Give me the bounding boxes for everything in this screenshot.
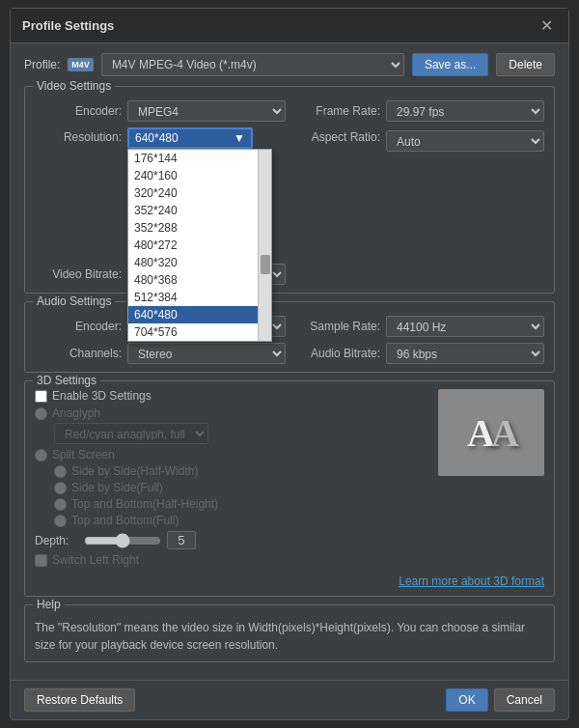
side-by-side-half-label: Side by Side(Half-Width): [71, 464, 198, 478]
res-option-704[interactable]: 704*576: [128, 323, 258, 341]
close-button[interactable]: ✕: [537, 16, 557, 35]
res-option-640[interactable]: 640*480: [128, 306, 258, 323]
enable-3d-label: Enable 3D Settings: [52, 389, 152, 403]
resolution-dropdown-wrapper: 640*480 ▼ 176*144 240*160 320*240 352*24…: [127, 127, 253, 149]
anaglyph-label: Anaglyph: [52, 406, 100, 420]
save-as-button[interactable]: Save as...: [412, 53, 488, 76]
encoder-select[interactable]: MPEG4: [127, 100, 286, 122]
split-screen-radio[interactable]: [35, 449, 47, 462]
audio-settings-grid: Encoder: AAC Sample Rate: 44100 Hz Chann…: [35, 316, 544, 364]
frame-rate-label: Frame Rate:: [293, 104, 380, 118]
resolution-row: Resolution: 640*480 ▼ 176*144 240*160 32…: [35, 127, 286, 152]
top-bottom-half-row: Top and Bottom(Half-Height): [54, 497, 428, 511]
frame-rate-select[interactable]: 29.97 fps: [386, 100, 544, 122]
split-screen-options: Side by Side(Half-Width) Side by Side(Fu…: [54, 464, 428, 527]
profile-select[interactable]: M4V MPEG-4 Video (*.m4v): [101, 53, 404, 76]
dropdown-scroll-thumb: [261, 255, 270, 274]
switch-lr-checkbox[interactable]: [35, 554, 47, 567]
side-by-side-half-radio[interactable]: [54, 465, 67, 478]
switch-lr-row: Switch Left Right: [35, 553, 428, 567]
depth-value-input[interactable]: 5: [167, 531, 196, 549]
audio-bitrate-select[interactable]: 96 kbps: [386, 343, 544, 364]
res-option-240[interactable]: 240*160: [128, 167, 258, 184]
help-text: The "Resolution" means the video size in…: [35, 619, 544, 654]
restore-defaults-button[interactable]: Restore Defaults: [24, 688, 135, 712]
ok-button[interactable]: OK: [446, 688, 487, 712]
top-bottom-full-radio[interactable]: [54, 515, 67, 527]
dialog-content: Profile: M4V M4V MPEG-4 Video (*.m4v) Sa…: [11, 43, 568, 680]
aa-letter-2: A: [491, 410, 515, 456]
bottom-right-buttons: OK Cancel: [446, 688, 555, 712]
side-by-side-half-row: Side by Side(Half-Width): [54, 464, 428, 478]
title-bar: Profile Settings ✕: [11, 9, 568, 43]
resolution-options-container: 176*144 240*160 320*240 352*240 352*288 …: [128, 150, 271, 341]
cancel-button[interactable]: Cancel: [494, 688, 555, 712]
video-bitrate-label: Video Bitrate:: [35, 267, 122, 281]
audio-settings-title: Audio Settings: [33, 294, 115, 308]
split-screen-row: Split Screen: [35, 448, 428, 462]
top-bottom-full-label: Top and Bottom(Full): [71, 514, 179, 527]
audio-encoder-label: Encoder:: [35, 320, 122, 333]
3d-settings-section: 3D Settings Enable 3D Settings Anaglyph …: [24, 380, 555, 597]
video-settings-title: Video Settings: [33, 79, 115, 93]
side-by-side-full-radio[interactable]: [54, 482, 67, 494]
channels-select[interactable]: Stereo: [127, 343, 286, 364]
encoder-label: Encoder:: [35, 104, 122, 118]
switch-lr-label: Switch Left Right: [52, 553, 139, 567]
aa-preview-box: AA: [438, 389, 544, 476]
depth-row: Depth: 5: [35, 531, 428, 549]
3d-settings-left: Enable 3D Settings Anaglyph Red/cyan ana…: [35, 389, 428, 571]
delete-button[interactable]: Delete: [496, 53, 555, 76]
video-settings-section: Video Settings Encoder: MPEG4 Frame Rate…: [24, 86, 555, 294]
res-option-176[interactable]: 176*144: [128, 150, 258, 167]
res-option-512[interactable]: 512*384: [128, 289, 258, 306]
dropdown-scrollbar[interactable]: [258, 150, 271, 341]
sample-rate-select[interactable]: 44100 Hz: [386, 316, 544, 337]
res-option-480-320[interactable]: 480*320: [128, 254, 258, 271]
aa-letter-1: A: [467, 410, 491, 456]
depth-slider[interactable]: [84, 533, 161, 548]
res-option-352-240[interactable]: 352*240: [128, 202, 258, 219]
sample-rate-row: Sample Rate: 44100 Hz: [293, 316, 544, 337]
aspect-ratio-select[interactable]: Auto: [386, 130, 544, 152]
split-screen-label: Split Screen: [52, 448, 115, 462]
anaglyph-radio[interactable]: [35, 407, 47, 420]
profile-label: Profile:: [24, 58, 60, 71]
encoder-row: Encoder: MPEG4: [35, 100, 286, 122]
top-bottom-full-row: Top and Bottom(Full): [54, 514, 428, 527]
dropdown-arrow-icon: ▼: [234, 131, 245, 145]
frame-rate-row: Frame Rate: 29.97 fps: [293, 100, 544, 122]
res-option-352-288[interactable]: 352*288: [128, 219, 258, 237]
aa-preview-text: AA: [467, 410, 515, 456]
profile-format-icon: M4V: [68, 58, 94, 71]
anaglyph-row: Anaglyph: [35, 406, 428, 420]
3d-settings-content: Enable 3D Settings Anaglyph Red/cyan ana…: [35, 389, 544, 571]
audio-bitrate-label: Audio Bitrate:: [293, 347, 380, 360]
channels-label: Channels:: [35, 347, 122, 360]
res-option-320[interactable]: 320*240: [128, 184, 258, 202]
resolution-select-shown[interactable]: 640*480 ▼: [127, 127, 253, 149]
aspect-ratio-row: Aspect Ratio: Auto: [293, 130, 544, 152]
resolution-label: Resolution:: [35, 130, 122, 144]
3d-settings-title: 3D Settings: [33, 374, 100, 387]
dialog-title: Profile Settings: [22, 18, 114, 33]
profile-row: Profile: M4V M4V MPEG-4 Video (*.m4v) Sa…: [24, 53, 555, 76]
learn-more-link[interactable]: Learn more about 3D format: [35, 574, 544, 588]
res-option-480-368[interactable]: 480*368: [128, 271, 258, 289]
video-settings-grid: Encoder: MPEG4 Frame Rate: 29.97 fps Res…: [35, 100, 544, 285]
channels-row: Channels: Stereo: [35, 343, 286, 364]
help-section: Help The "Resolution" means the video si…: [24, 604, 555, 662]
enable-3d-checkbox[interactable]: [35, 390, 47, 403]
profile-settings-dialog: Profile Settings ✕ Profile: M4V M4V MPEG…: [10, 8, 569, 720]
help-title: Help: [33, 598, 65, 611]
top-bottom-half-label: Top and Bottom(Half-Height): [71, 497, 218, 511]
top-bottom-half-radio[interactable]: [54, 498, 67, 511]
side-by-side-full-label: Side by Side(Full): [71, 481, 163, 494]
res-option-480-272[interactable]: 480*272: [128, 237, 258, 254]
audio-bitrate-row: Audio Bitrate: 96 kbps: [293, 343, 544, 364]
side-by-side-full-row: Side by Side(Full): [54, 481, 428, 494]
audio-settings-section: Audio Settings Encoder: AAC Sample Rate:…: [24, 301, 555, 373]
bottom-bar: Restore Defaults OK Cancel: [11, 680, 568, 719]
resolution-dropdown-list: 176*144 240*160 320*240 352*240 352*288 …: [127, 149, 272, 342]
anaglyph-select[interactable]: Red/cyan anaglyph, full color: [54, 423, 208, 444]
